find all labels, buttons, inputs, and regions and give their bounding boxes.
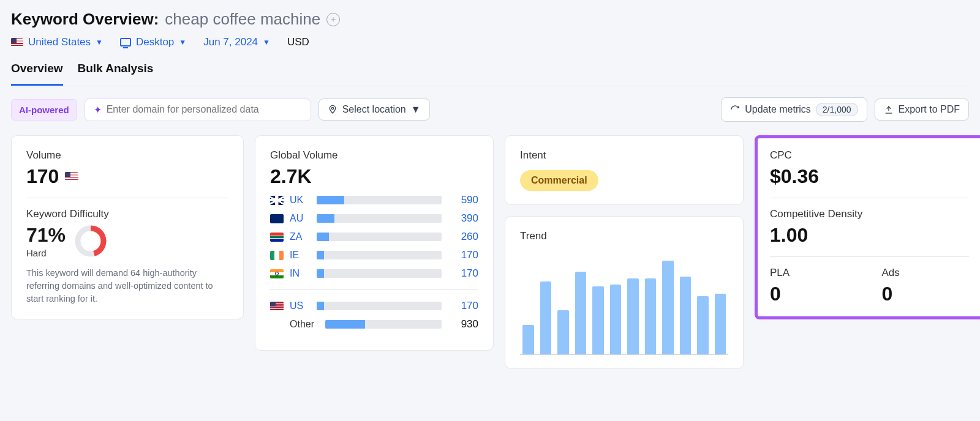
kd-label: Keyword Difficulty [26,208,228,220]
gv-row[interactable]: IN 170 [270,267,478,280]
chevron-down-icon: ▼ [179,38,186,47]
gv-row[interactable]: AU 390 [270,212,478,225]
cpc-label: CPC [770,149,969,162]
volume-label: Volume [26,149,228,162]
pla-label: PLA [770,267,858,279]
pla-value: 0 [770,283,858,305]
kd-row: 71% Hard [26,224,228,258]
filter-country[interactable]: United States ▼ [11,36,103,48]
trend-bar [627,278,639,354]
flag-icon [270,233,284,242]
tab-overview[interactable]: Overview [11,62,63,86]
gv-row-other: Other 930 [270,318,478,330]
flag-icon [270,214,284,223]
gv-bar [317,302,442,310]
gv-code: Other [290,319,319,330]
gv-bar [325,320,442,329]
chevron-down-icon: ▼ [96,38,103,47]
filters-row: United States ▼ Desktop ▼ Jun 7, 2024 ▼ … [11,36,969,48]
ads-label: Ads [882,267,970,279]
gv-bar [317,251,442,259]
card-trend: Trend [505,216,744,369]
export-icon [884,105,894,114]
column-intent-trend: Intent Commercial Trend [505,135,744,369]
flag-icon [270,302,284,311]
filter-date[interactable]: Jun 7, 2024 ▼ [203,36,270,48]
page-header: Keyword Overview: cheap coffee machine ＋ [11,10,969,29]
filter-country-label: United States [28,36,91,48]
gv-row-us[interactable]: US 170 [270,300,478,312]
gv-value: 930 [448,318,478,330]
card-volume: Volume 170 Keyword Difficulty 71% Hard T… [11,135,244,319]
divider [26,198,228,198]
pla-ads-row: PLA 0 Ads 0 [770,267,969,305]
location-select[interactable]: Select location ▼ [318,99,430,121]
cards-grid: Volume 170 Keyword Difficulty 71% Hard T… [11,135,969,369]
kd-value: 71% [26,224,66,247]
flag-icon [11,38,23,47]
add-keyword-icon[interactable]: ＋ [326,13,340,26]
export-label: Export to PDF [899,104,960,115]
trend-bar [540,281,552,354]
trend-bar [557,310,569,354]
gv-value: 170 [448,267,478,280]
domain-input-wrap[interactable]: ✦ [85,99,311,121]
trend-chart [520,257,728,355]
tab-bulk-analysis[interactable]: Bulk Analysis [78,62,154,86]
toolbar: AI-powered ✦ Select location ▼ Update me… [11,97,969,122]
filter-currency: USD [287,36,309,48]
trend-label: Trend [520,230,728,242]
gv-code: IE [290,250,311,261]
cd-label: Competitive Density [770,208,969,220]
divider [770,256,969,257]
trend-bar [715,294,726,354]
gv-value: 2.7K [270,165,478,188]
gv-value: 170 [448,249,478,261]
intent-badge: Commercial [520,170,598,191]
kd-rating: Hard [26,248,66,258]
gv-code: AU [290,213,311,224]
gv-value: 170 [448,300,478,312]
card-cpc: CPC $0.36 Competitive Density 1.00 PLA 0… [755,135,980,319]
gv-bar [317,214,442,223]
intent-label: Intent [520,149,728,162]
gv-row[interactable]: UK 590 [270,194,478,206]
card-intent: Intent Commercial [505,135,744,205]
ads-value: 0 [882,283,970,305]
trend-bar [575,272,587,354]
cpc-value: $0.36 [770,165,969,188]
domain-input[interactable] [107,104,302,115]
cd-value: 1.00 [770,224,969,247]
update-metrics-button[interactable]: Update metrics 2/1,000 [721,97,867,122]
kd-description: This keyword will demand 64 high-authori… [26,267,228,305]
trend-bar [680,277,692,354]
gv-value: 390 [448,212,478,225]
filter-device[interactable]: Desktop ▼ [120,36,186,48]
gv-value: 260 [448,231,478,243]
sparkle-icon: ✦ [94,104,102,116]
gv-row[interactable]: ZA 260 [270,231,478,243]
refresh-icon [730,105,740,114]
gv-value: 590 [448,194,478,206]
gv-bar [317,269,442,278]
gv-rows: UK 590 AU 390 ZA 260 IE 170 IN 170 [270,194,478,280]
trend-bar [662,261,674,354]
filter-date-label: Jun 7, 2024 [203,36,258,48]
gv-label: Global Volume [270,149,478,162]
trend-bar [522,325,534,354]
update-count-pill: 2/1,000 [816,103,858,116]
export-pdf-button[interactable]: Export to PDF [875,99,969,121]
title-keyword: cheap coffee machine [165,10,320,29]
ai-powered-badge: AI-powered [11,99,77,121]
gv-bar [317,196,442,204]
filter-device-label: Desktop [136,36,174,48]
gv-row[interactable]: IE 170 [270,249,478,261]
flag-icon [270,269,284,278]
title-prefix: Keyword Overview: [11,10,159,29]
card-global-volume: Global Volume 2.7K UK 590 AU 390 ZA 260 … [255,135,494,351]
volume-value-row: 170 [26,165,228,188]
gv-code: UK [290,195,311,206]
chevron-down-icon: ▼ [411,104,421,115]
volume-value: 170 [26,165,59,188]
flag-icon [65,172,78,181]
